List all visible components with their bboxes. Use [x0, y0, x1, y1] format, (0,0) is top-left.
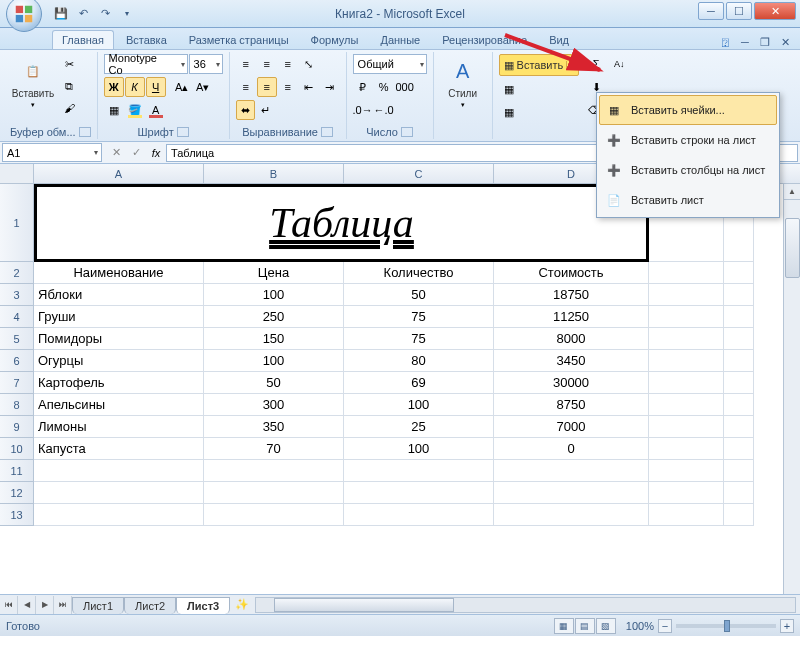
tab-review[interactable]: Рецензирование	[432, 30, 537, 49]
paste-button[interactable]: 📋 Вставить ▾	[10, 54, 56, 111]
data-cell[interactable]: 300	[204, 394, 344, 416]
header-cell[interactable]: Цена	[204, 262, 344, 284]
orientation-icon[interactable]: ⤡	[299, 54, 319, 74]
underline-button[interactable]: Ч	[146, 77, 166, 97]
close-button[interactable]: ✕	[754, 2, 796, 20]
font-size-select[interactable]: 36	[189, 54, 223, 74]
data-cell[interactable]: Картофель	[34, 372, 204, 394]
row-head-9[interactable]: 9	[0, 416, 34, 438]
data-cell[interactable]: 50	[204, 372, 344, 394]
menu-insert-cells[interactable]: ▦ Вставить ячейки...	[599, 95, 777, 125]
data-cell[interactable]: 70	[204, 438, 344, 460]
close-workbook-icon[interactable]: ✕	[778, 35, 792, 49]
data-cell[interactable]: Яблоки	[34, 284, 204, 306]
data-cell[interactable]: 0	[494, 438, 649, 460]
clipboard-dialog-icon[interactable]	[79, 127, 91, 137]
data-cell[interactable]: 100	[344, 394, 494, 416]
fx-icon[interactable]: fx	[146, 144, 166, 162]
styles-button[interactable]: A Стили ▾	[440, 54, 486, 111]
sheet-nav-next-icon[interactable]: ▶	[36, 596, 54, 614]
fill-color-icon[interactable]: 🪣	[125, 100, 145, 120]
menu-insert-sheet[interactable]: 📄 Вставить лист	[599, 185, 777, 215]
data-cell[interactable]: 8000	[494, 328, 649, 350]
row-head-11[interactable]: 11	[0, 460, 34, 482]
menu-insert-columns[interactable]: ➕ Вставить столбцы на лист	[599, 155, 777, 185]
tab-insert[interactable]: Вставка	[116, 30, 177, 49]
italic-button[interactable]: К	[125, 77, 145, 97]
font-name-select[interactable]: Monotype Co	[104, 54, 188, 74]
align-top-icon[interactable]: ≡	[236, 54, 256, 74]
menu-insert-rows[interactable]: ➕ Вставить строки на лист	[599, 125, 777, 155]
data-cell[interactable]: 30000	[494, 372, 649, 394]
row-head-6[interactable]: 6	[0, 350, 34, 372]
data-cell[interactable]: Огурцы	[34, 350, 204, 372]
copy-icon[interactable]: ⧉	[59, 76, 79, 96]
cells-area[interactable]: ТаблицаНаименованиеЦенаКоличествоСтоимос…	[34, 184, 800, 526]
insert-dropdown-arrow-icon[interactable]: ▾	[566, 61, 574, 70]
tab-home[interactable]: Главная	[52, 30, 114, 49]
shrink-font-icon[interactable]: A▾	[193, 77, 213, 97]
currency-icon[interactable]: ₽	[353, 77, 373, 97]
align-center-icon[interactable]: ≡	[257, 77, 277, 97]
view-layout-icon[interactable]: ▤	[575, 618, 595, 634]
enter-fx-icon[interactable]: ✓	[126, 144, 146, 162]
cancel-fx-icon[interactable]: ✕	[106, 144, 126, 162]
data-cell[interactable]: 75	[344, 306, 494, 328]
row-head-8[interactable]: 8	[0, 394, 34, 416]
data-cell[interactable]: Лимоны	[34, 416, 204, 438]
data-cell[interactable]: 25	[344, 416, 494, 438]
data-cell[interactable]: 100	[344, 438, 494, 460]
view-break-icon[interactable]: ▧	[596, 618, 616, 634]
row-head-5[interactable]: 5	[0, 328, 34, 350]
wrap-text-icon[interactable]: ↵	[256, 100, 276, 120]
tab-formulas[interactable]: Формулы	[301, 30, 369, 49]
bold-button[interactable]: Ж	[104, 77, 124, 97]
row-head-13[interactable]: 13	[0, 504, 34, 526]
row-head-4[interactable]: 4	[0, 306, 34, 328]
data-cell[interactable]: 69	[344, 372, 494, 394]
row-head-12[interactable]: 12	[0, 482, 34, 504]
autosum-icon[interactable]: Σ	[586, 54, 606, 74]
comma-icon[interactable]: 000	[395, 77, 415, 97]
alignment-dialog-icon[interactable]	[321, 127, 333, 137]
number-format-select[interactable]: Общий	[353, 54, 427, 74]
name-box[interactable]: A1	[2, 143, 102, 162]
restore-workbook-icon[interactable]: ❐	[758, 35, 772, 49]
number-dialog-icon[interactable]	[401, 127, 413, 137]
align-bottom-icon[interactable]: ≡	[278, 54, 298, 74]
row-head-2[interactable]: 2	[0, 262, 34, 284]
select-all-corner[interactable]	[0, 164, 34, 184]
data-cell[interactable]: 11250	[494, 306, 649, 328]
new-sheet-icon[interactable]: ✨	[233, 597, 251, 613]
indent-dec-icon[interactable]: ⇤	[299, 77, 319, 97]
minimize-ribbon-icon[interactable]: ─	[738, 35, 752, 49]
data-cell[interactable]: 350	[204, 416, 344, 438]
zoom-slider[interactable]	[676, 624, 776, 628]
qat-more-icon[interactable]: ▾	[118, 5, 136, 23]
sheet-tab-1[interactable]: Лист1	[72, 597, 124, 614]
undo-icon[interactable]: ↶	[74, 5, 92, 23]
save-icon[interactable]: 💾	[52, 5, 70, 23]
sheet-nav-last-icon[interactable]: ⏭	[54, 596, 72, 614]
font-color-icon[interactable]: A	[146, 100, 166, 120]
sheet-tab-2[interactable]: Лист2	[124, 597, 176, 614]
office-button[interactable]	[6, 0, 42, 32]
hscroll-thumb[interactable]	[274, 598, 454, 612]
data-cell[interactable]: 100	[204, 350, 344, 372]
border-icon[interactable]: ▦	[104, 100, 124, 120]
merge-center-icon[interactable]: ⬌	[236, 100, 255, 120]
zoom-out-icon[interactable]: −	[658, 619, 672, 633]
zoom-label[interactable]: 100%	[626, 620, 654, 632]
header-cell[interactable]: Количество	[344, 262, 494, 284]
tab-page-layout[interactable]: Разметка страницы	[179, 30, 299, 49]
header-cell[interactable]: Стоимость	[494, 262, 649, 284]
merged-title-cell[interactable]: Таблица	[34, 184, 649, 262]
col-head-B[interactable]: B	[204, 164, 344, 183]
data-cell[interactable]: Груши	[34, 306, 204, 328]
zoom-in-icon[interactable]: +	[780, 619, 794, 633]
sheet-nav-prev-icon[interactable]: ◀	[18, 596, 36, 614]
grow-font-icon[interactable]: A▴	[172, 77, 192, 97]
delete-cells-icon[interactable]: ▦	[499, 79, 519, 99]
data-cell[interactable]: Капуста	[34, 438, 204, 460]
maximize-button[interactable]: ☐	[726, 2, 752, 20]
